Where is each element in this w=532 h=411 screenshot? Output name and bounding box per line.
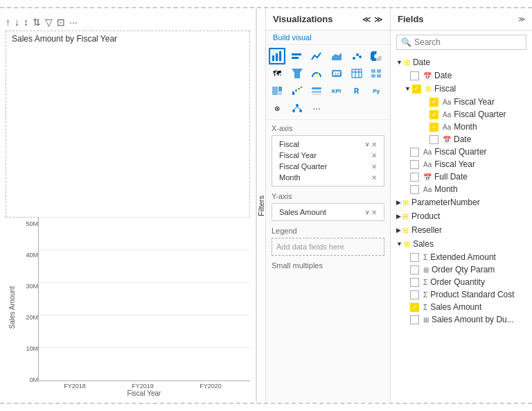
viz-collapse-icon[interactable]: ≪ [362,15,371,24]
viz-panel-arrows: ≪ ≫ [362,15,383,24]
field-item-sales-amount-du[interactable]: ⊞ Sales Amount by Du... [391,313,532,326]
field-item-fiscal-quarter-checked[interactable]: Aa Fiscal Quarter [399,108,532,121]
viz-icon-r[interactable]: R [348,82,365,99]
sort-both-icon[interactable]: ↕ [24,17,28,28]
viz-icon-map[interactable]: 🗺 [269,65,285,82]
viz-icon-scatter[interactable] [348,48,365,64]
field-checkbox-fiscal-quarter-checked[interactable] [429,110,438,119]
field-item-fiscal-year-checked[interactable]: Aa Fiscal Year [399,96,532,108]
viz-expand-icon[interactable]: ≫ [374,15,383,24]
field-checkbox-fiscal[interactable] [412,85,421,94]
y-axis-field-name: Sales Amount [279,208,326,216]
field-item-product-standard-cost[interactable]: Σ Product Standard Cost [391,288,532,301]
field-checkbox-month-checked[interactable] [429,123,438,132]
field-checkbox-product-standard-cost[interactable] [410,290,419,299]
fiscal-table-icon: ⊞ [425,85,432,94]
viz-icon-bar-chart[interactable] [269,48,285,64]
field-item-date-top[interactable]: 📅 Date [391,69,532,82]
viz-icon-pie[interactable] [368,48,384,64]
field-item-order-quantity[interactable]: Σ Order Quantity [391,276,532,288]
field-group-date-header[interactable]: ▼ ⊞ Date [391,55,532,69]
filters-tab[interactable]: Filters [256,8,266,403]
search-input[interactable] [414,37,522,47]
fields-expand-icon[interactable]: ≫ [518,15,525,23]
viz-icon-funnel[interactable] [289,65,305,82]
field-checkbox-fiscal-year-checked[interactable] [429,98,438,107]
field-item-extended-amount[interactable]: Σ Extended Amount [391,251,532,263]
bottom-dashed-border [0,403,532,411]
field-item-full-date[interactable]: 📅 Full Date [391,170,532,183]
sort-desc-icon[interactable]: ↓ [15,17,19,28]
x-axis-chip-month-remove[interactable]: ✕ [371,174,377,182]
x-axis-chip-month[interactable]: Month ✕ [276,172,380,183]
field-group-product-header[interactable]: ▶ ⊞ Product [391,209,532,223]
product-expand-icon: ▶ [396,213,401,220]
viz-icon-python[interactable]: Py [368,82,384,99]
build-visual-tab[interactable]: Build visual [266,30,390,45]
field-checkbox-order-qty-param[interactable] [410,265,419,274]
field-item-date-fiscal[interactable]: 📅 Date [399,133,532,146]
field-checkbox-date-fiscal[interactable] [429,135,438,144]
field-checkbox-fiscal-year-extra[interactable] [410,160,419,169]
field-item-month-checked[interactable]: Aa Month [399,121,532,133]
viz-icon-waterfall[interactable] [289,82,305,99]
svg-rect-21 [371,74,375,78]
field-group-sales-header[interactable]: ▼ ⊞ Sales [391,237,532,251]
viz-icon-gauge[interactable] [308,65,325,82]
field-item-month-extra[interactable]: Aa Month [391,183,532,195]
expand-icon[interactable]: ⇅ [33,17,41,28]
x-axis-expand-icon[interactable]: ∨ [365,141,370,148]
fiscal-subgroup-header[interactable]: ▼ ⊞ Fiscal [399,82,532,96]
legend-section: Legend Add data fields here [272,227,384,256]
viz-icon-decomp[interactable] [289,100,305,116]
field-type-sum-oq: Σ [423,279,427,286]
field-checkbox-order-quantity[interactable] [410,278,419,287]
viz-icon-column-chart[interactable] [289,48,305,64]
search-box[interactable]: 🔍 [396,35,526,50]
svg-rect-1 [276,53,278,61]
field-checkbox-sales-amount-du[interactable] [410,315,419,324]
viz-icon-ai[interactable]: ⊛ [269,100,285,116]
field-item-order-qty-param[interactable]: ⊞ Order Qty Param [391,263,532,276]
field-name-month-extra: Month [434,184,457,194]
viz-icon-table[interactable] [348,65,365,82]
x-axis-chip-fiscal-year[interactable]: Fiscal Year ✕ [276,150,380,161]
y-axis-expand-icon[interactable]: ∨ [365,209,370,216]
sort-asc-icon[interactable]: ↑ [6,17,10,28]
field-group-reseller-header[interactable]: ▶ ⊞ Reseller [391,223,532,237]
field-type-text-month: Aa [443,123,451,131]
viz-icon-matrix[interactable] [368,65,384,82]
viz-icon-kpi[interactable]: KPI [328,82,345,99]
viz-icon-slicer[interactable] [308,82,325,99]
field-group-parameternumber-header[interactable]: ▶ ⊞ ParameterNumber [391,195,532,209]
field-checkbox-fiscal-quarter-extra[interactable] [410,148,419,157]
field-checkbox-full-date[interactable] [410,173,419,182]
field-item-fiscal-year-extra[interactable]: Aa Fiscal Year [391,158,532,170]
y-axis-remove-icon[interactable]: ✕ [371,209,377,216]
bars-container [38,218,250,382]
field-item-sales-amount[interactable]: Σ Sales Amount [391,301,532,313]
field-checkbox-sales-amount[interactable] [410,303,419,312]
x-axis-remove-icon[interactable]: ✕ [371,141,377,148]
filter-icon[interactable]: ▽ [45,17,53,28]
x-labels: FY2018 FY2019 FY2020 [38,381,250,390]
svg-text:KPI: KPI [332,88,341,94]
focus-icon[interactable]: ⊡ [57,17,65,28]
x-label-fy2020: FY2020 [177,383,245,390]
field-checkbox-month-extra[interactable] [410,185,419,194]
legend-drop-area[interactable]: Add data fields here [272,238,384,256]
viz-icon-treemap[interactable] [269,82,285,99]
y-axis-box[interactable]: Sales Amount ∨ ✕ [272,203,384,221]
x-axis-chip-fiscal-quarter-remove[interactable]: ✕ [371,163,377,170]
x-axis-chip-fiscal-year-remove[interactable]: ✕ [371,152,377,159]
x-axis-box[interactable]: Fiscal ∨ ✕ Fiscal Year ✕ Fiscal Quarter … [272,135,384,186]
viz-icon-card[interactable]: 123 [328,65,345,82]
viz-icon-more[interactable]: ··· [308,100,325,116]
field-item-fiscal-quarter-extra[interactable]: Aa Fiscal Quarter [391,146,532,158]
more-options-icon[interactable]: ··· [69,17,78,28]
x-axis-chip-fiscal-quarter[interactable]: Fiscal Quarter ✕ [276,161,380,172]
field-checkbox-extended-amount[interactable] [410,253,419,262]
field-checkbox-date-top[interactable] [410,71,419,80]
viz-icon-area-chart[interactable] [328,48,345,64]
viz-icon-line-chart[interactable] [308,48,325,64]
